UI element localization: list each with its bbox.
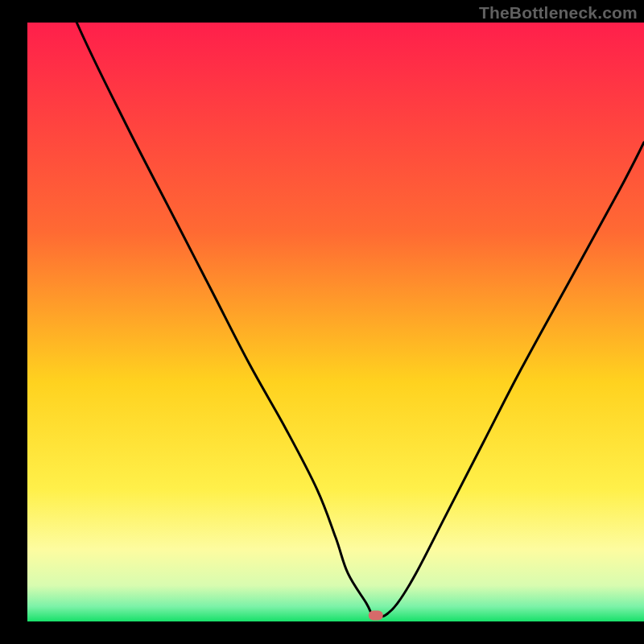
bottleneck-chart: TheBottleneck.com: [0, 0, 644, 644]
chart-canvas: [0, 0, 644, 644]
watermark-text: TheBottleneck.com: [479, 3, 638, 23]
optimal-marker: [369, 611, 383, 621]
